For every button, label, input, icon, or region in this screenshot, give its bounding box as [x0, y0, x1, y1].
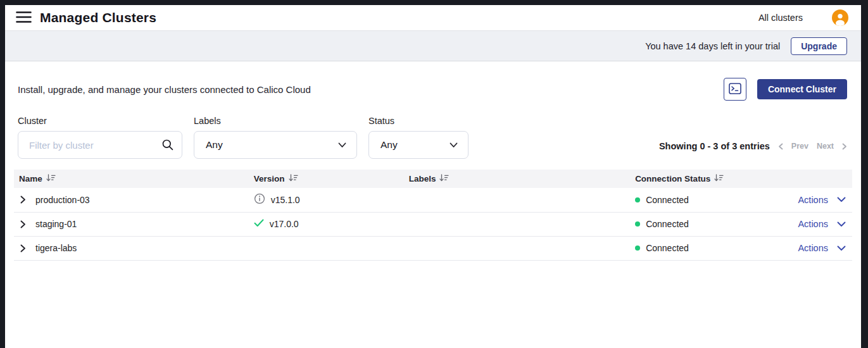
connect-cluster-button[interactable]: Connect Cluster [757, 79, 847, 99]
table-row: staging-01 v17.0.0 [14, 212, 852, 236]
connection-status: Connected [646, 195, 689, 205]
connection-status: Connected [646, 243, 689, 253]
cluster-scope-selector[interactable]: All clusters [758, 13, 803, 23]
chevron-left-icon[interactable] [778, 143, 783, 150]
connection-status: Connected [646, 219, 689, 229]
main-content: Install, upgrade, and manage your cluste… [5, 61, 861, 348]
cluster-version: v15.1.0 [271, 195, 300, 205]
table-row: production-03 v15.1.0 [14, 188, 852, 212]
table-header-row: Name Version [14, 170, 852, 188]
prev-page-button[interactable]: Prev [791, 142, 808, 151]
labels-filter-select[interactable]: Any [194, 131, 357, 159]
cluster-name: production-03 [35, 195, 90, 205]
app-window: Managed Clusters All clusters You [5, 5, 861, 348]
cluster-name: tigera-labs [35, 243, 77, 253]
labels-filter-value: Any [206, 139, 223, 151]
trial-message: You have 14 days left in your trial [645, 41, 780, 51]
page-description: Install, upgrade, and manage your cluste… [14, 84, 311, 95]
check-icon [254, 219, 264, 229]
upgrade-button[interactable]: Upgrade [791, 37, 847, 55]
hamburger-menu-button[interactable] [13, 8, 34, 27]
status-filter-select[interactable]: Any [368, 131, 469, 159]
chevron-down-icon[interactable] [837, 197, 846, 202]
status-dot [635, 245, 640, 251]
row-expander-button[interactable] [19, 194, 27, 205]
cluster-filter-input[interactable] [18, 131, 182, 159]
labels-filter-label: Labels [194, 116, 357, 126]
hamburger-icon [16, 11, 32, 25]
column-header-version[interactable]: Version [249, 170, 404, 188]
terminal-button[interactable] [724, 78, 746, 101]
row-expander-button[interactable] [19, 219, 27, 230]
column-header-connection-status[interactable]: Connection Status [630, 170, 852, 188]
user-avatar[interactable] [832, 9, 848, 26]
status-filter-label: Status [368, 116, 469, 126]
actions-button[interactable]: Actions [798, 219, 828, 229]
row-expander-button[interactable] [19, 243, 27, 254]
pagination-summary: Showing 0 - 3 of 3 entries [659, 141, 770, 151]
page-title: Managed Clusters [40, 10, 156, 25]
actions-button[interactable]: Actions [798, 195, 828, 205]
status-dot [635, 197, 640, 202]
actions-button[interactable]: Actions [798, 243, 828, 253]
next-page-button[interactable]: Next [817, 142, 834, 151]
trial-banner: You have 14 days left in your trial Upgr… [5, 30, 861, 61]
avatar-icon [832, 18, 848, 28]
info-icon[interactable] [254, 193, 265, 206]
sort-icon [714, 174, 724, 183]
chevron-down-icon [450, 139, 458, 151]
topbar: Managed Clusters All clusters [5, 5, 861, 30]
column-header-name[interactable]: Name [14, 170, 249, 188]
column-header-labels[interactable]: Labels [404, 170, 630, 188]
cluster-name: staging-01 [35, 219, 77, 229]
pagination: Showing 0 - 3 of 3 entries Prev Next [659, 141, 847, 151]
chevron-down-icon[interactable] [837, 221, 846, 227]
cluster-version: v17.0.0 [270, 219, 299, 229]
sort-icon [46, 174, 56, 183]
terminal-icon [729, 83, 741, 96]
sort-icon [289, 174, 298, 183]
chevron-down-icon [338, 139, 346, 151]
clusters-table: Name Version [14, 170, 852, 261]
chevron-down-icon[interactable] [837, 245, 846, 251]
status-filter-value: Any [381, 139, 398, 151]
chevron-right-icon[interactable] [842, 143, 847, 150]
sort-icon [439, 174, 449, 183]
table-row: tigera-labs Connected Actions [14, 236, 852, 260]
status-dot [635, 221, 640, 227]
cluster-filter-label: Cluster [18, 116, 182, 126]
